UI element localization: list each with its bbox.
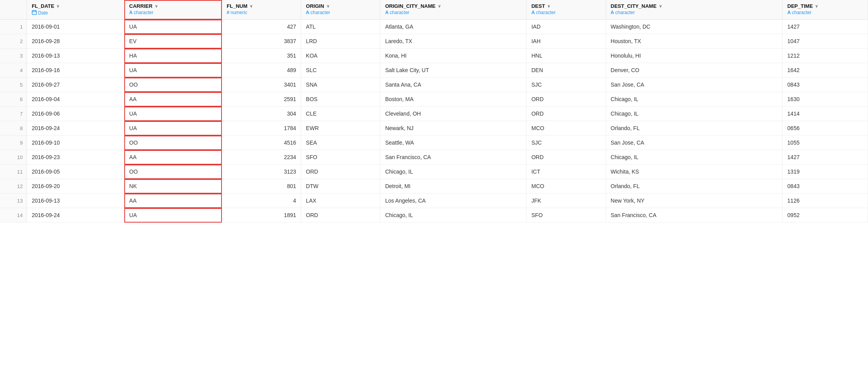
cell-origin_city_name: Santa Ana, CA <box>380 78 527 92</box>
cell-rownum: 7 <box>0 107 27 121</box>
cell-rownum: 2 <box>0 34 27 49</box>
table-row: 102016-09-23AA2234SFOSan Francisco, CAOR… <box>0 150 868 165</box>
column-label-dep_time: DEP_TIME <box>787 3 813 9</box>
table-row: 82016-09-24UA1784EWRNewark, NJMCOOrlando… <box>0 121 868 136</box>
cell-dest: SJC <box>527 136 606 150</box>
cell-origin_city_name: Chicago, IL <box>380 165 527 179</box>
cell-dep_time: 1055 <box>783 136 868 150</box>
cell-fl_num: 351 <box>222 49 301 63</box>
cell-fl_date: 2016-09-06 <box>27 107 124 121</box>
table-row: 22016-09-28EV3837LRDLaredo, TXIAHHouston… <box>0 34 868 49</box>
cell-fl_num: 1784 <box>222 121 301 136</box>
cell-dep_time: 1630 <box>783 92 868 107</box>
cell-origin: ORD <box>301 165 380 179</box>
cell-fl_date: 2016-09-24 <box>27 208 124 223</box>
cell-fl_date: 2016-09-27 <box>27 78 124 92</box>
char-type-icon: A <box>129 10 133 15</box>
cell-fl_date: 2016-09-04 <box>27 92 124 107</box>
cell-carrier: AA <box>124 92 222 107</box>
sort-icon-dest_city_name[interactable]: ∨ <box>659 4 662 8</box>
cell-dest_city_name: Houston, TX <box>606 34 783 49</box>
cell-dep_time: 0843 <box>783 78 868 92</box>
column-header-dest[interactable]: DEST∨Acharacter <box>527 0 606 20</box>
cell-origin_city_name: Detroit, MI <box>380 179 527 194</box>
cell-fl_date: 2016-09-10 <box>27 136 124 150</box>
cell-dep_time: 1427 <box>783 20 868 34</box>
cell-dest: JFK <box>527 194 606 208</box>
sort-icon-carrier[interactable]: ∨ <box>155 4 158 8</box>
column-header-fl_num[interactable]: FL_NUM∨#numeric <box>222 0 301 20</box>
cell-dest_city_name: Washington, DC <box>606 20 783 34</box>
table-row: 112016-09-05OO3123ORDChicago, ILICTWichi… <box>0 165 868 179</box>
cell-fl_date: 2016-09-01 <box>27 20 124 34</box>
cell-carrier: UA <box>124 121 222 136</box>
cell-fl_num: 1891 <box>222 208 301 223</box>
cell-rownum: 11 <box>0 165 27 179</box>
cell-fl_num: 4 <box>222 194 301 208</box>
cell-origin_city_name: Salt Lake City, UT <box>380 63 527 78</box>
table-row: 32016-09-13HA351KOAKona, HIHNLHonolulu, … <box>0 49 868 63</box>
subtype-label-origin_city_name: character <box>390 10 409 15</box>
cell-dest: IAH <box>527 34 606 49</box>
cell-fl_num: 3123 <box>222 165 301 179</box>
column-subtype-dest: Acharacter <box>531 10 601 15</box>
cell-dest: HNL <box>527 49 606 63</box>
subtype-label-dest: character <box>536 10 556 15</box>
table-row: 42016-09-16UA489SLCSalt Lake City, UTDEN… <box>0 63 868 78</box>
cell-dest_city_name: New York, NY <box>606 194 783 208</box>
column-label-origin_city_name: ORIGIN_CITY_NAME <box>385 3 436 9</box>
cell-rownum: 5 <box>0 78 27 92</box>
cell-origin: DTW <box>301 179 380 194</box>
column-label-fl_num: FL_NUM <box>227 3 247 9</box>
sort-icon-origin_city_name[interactable]: ∨ <box>438 4 441 8</box>
sort-icon-dep_time[interactable]: ∨ <box>815 4 818 8</box>
column-subtype-origin: Acharacter <box>306 10 375 15</box>
subtype-label-origin: character <box>311 10 330 15</box>
cell-dest_city_name: Orlando, FL <box>606 179 783 194</box>
sort-icon-fl_date[interactable]: ∨ <box>56 4 59 8</box>
cell-carrier: NK <box>124 179 222 194</box>
cell-fl_date: 2016-09-16 <box>27 63 124 78</box>
cell-origin: SEA <box>301 136 380 150</box>
data-table: FL_DATE∨ DateCARRIER∨AcharacterFL_NUM∨#n… <box>0 0 868 223</box>
column-header-rownum[interactable] <box>0 0 27 20</box>
cell-dest_city_name: San Francisco, CA <box>606 208 783 223</box>
table-row: 72016-09-06UA304CLECleveland, OHORDChica… <box>0 107 868 121</box>
column-header-dest_city_name[interactable]: DEST_CITY_NAME∨Acharacter <box>606 0 783 20</box>
column-header-origin[interactable]: ORIGIN∨Acharacter <box>301 0 380 20</box>
column-header-origin_city_name[interactable]: ORIGIN_CITY_NAME∨Acharacter <box>380 0 527 20</box>
cell-rownum: 9 <box>0 136 27 150</box>
subtype-label-dest_city_name: character <box>615 10 635 15</box>
cell-rownum: 1 <box>0 20 27 34</box>
table-row: 92016-09-10OO4516SEASeattle, WASJCSan Jo… <box>0 136 868 150</box>
cell-dep_time: 1414 <box>783 107 868 121</box>
cell-origin_city_name: Atlanta, GA <box>380 20 527 34</box>
column-label-dest: DEST <box>531 3 545 9</box>
sort-icon-origin[interactable]: ∨ <box>327 4 329 8</box>
char-type-icon: A <box>531 10 535 15</box>
cell-rownum: 4 <box>0 63 27 78</box>
sort-icon-fl_num[interactable]: ∨ <box>250 4 252 8</box>
cell-rownum: 14 <box>0 208 27 223</box>
cell-dest_city_name: Honolulu, HI <box>606 49 783 63</box>
column-header-carrier[interactable]: CARRIER∨Acharacter <box>124 0 222 20</box>
sort-icon-dest[interactable]: ∨ <box>547 4 550 8</box>
column-subtype-dest_city_name: Acharacter <box>611 10 778 15</box>
column-subtype-carrier: Acharacter <box>129 10 217 15</box>
cell-origin_city_name: Seattle, WA <box>380 136 527 150</box>
column-header-fl_date[interactable]: FL_DATE∨ Date <box>27 0 124 20</box>
column-subtype-fl_date: Date <box>32 10 120 16</box>
column-header-dep_time[interactable]: DEP_TIME∨Acharacter <box>783 0 868 20</box>
cell-fl_date: 2016-09-13 <box>27 49 124 63</box>
cell-fl_num: 801 <box>222 179 301 194</box>
cell-carrier: UA <box>124 107 222 121</box>
cell-dest_city_name: Chicago, IL <box>606 150 783 165</box>
cell-dest_city_name: San Jose, CA <box>606 78 783 92</box>
cell-dest_city_name: Denver, CO <box>606 63 783 78</box>
cell-fl_num: 3401 <box>222 78 301 92</box>
column-label-origin: ORIGIN <box>306 3 324 9</box>
cell-origin: CLE <box>301 107 380 121</box>
table-row: 62016-09-04AA2591BOSBoston, MAORDChicago… <box>0 92 868 107</box>
svg-rect-0 <box>32 11 36 14</box>
table-row: 52016-09-27OO3401SNASanta Ana, CASJCSan … <box>0 78 868 92</box>
